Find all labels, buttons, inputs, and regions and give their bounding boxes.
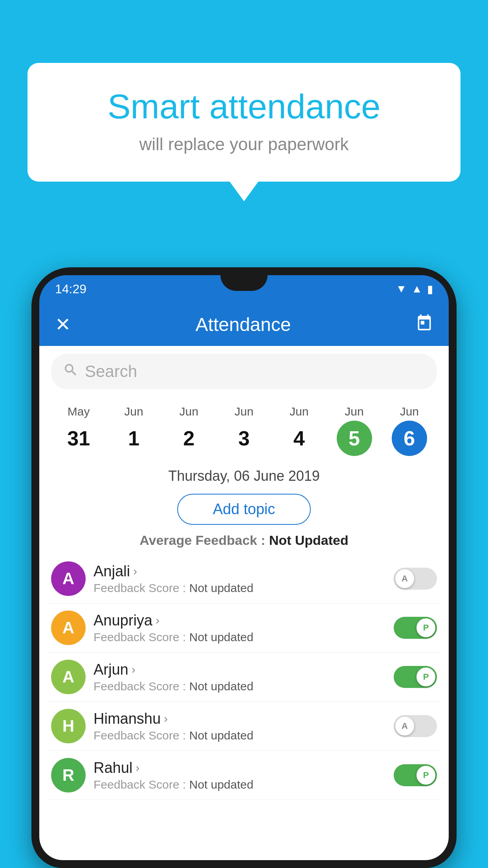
date-number[interactable]: 5 [337, 421, 372, 456]
student-info: Himanshu ›Feedback Score : Not updated [94, 710, 386, 742]
date-number[interactable]: 4 [281, 421, 317, 456]
close-button[interactable]: ✕ [55, 313, 71, 335]
student-feedback: Feedback Score : Not updated [94, 581, 386, 595]
attendance-toggle[interactable]: P [394, 764, 437, 786]
date-month: Jun [106, 405, 161, 418]
notch [220, 275, 268, 291]
selected-date: Thursday, 06 June 2019 [39, 460, 449, 488]
toggle-container[interactable]: P [394, 666, 437, 688]
date-number[interactable]: 2 [171, 421, 207, 456]
avatar: A [51, 611, 86, 645]
student-list: AAnjali ›Feedback Score : Not updatedAAA… [39, 554, 449, 800]
search-placeholder: Search [85, 362, 137, 381]
chevron-icon: › [164, 712, 168, 725]
phone-frame: 14:29 ▼ ▲ ▮ ✕ Attendance Search [31, 267, 457, 868]
student-feedback: Feedback Score : Not updated [94, 631, 386, 644]
avatar: H [51, 709, 86, 743]
student-item[interactable]: AArjun ›Feedback Score : Not updatedP [47, 653, 441, 702]
search-icon [63, 362, 79, 381]
date-col[interactable]: May31 [51, 405, 106, 456]
student-name: Anupriya › [94, 612, 386, 629]
speech-bubble: Smart attendance will replace your paper… [28, 63, 460, 182]
toggle-knob: P [416, 668, 435, 686]
avg-feedback: Average Feedback : Not Updated [39, 530, 449, 554]
status-bar: 14:29 ▼ ▲ ▮ [39, 275, 449, 303]
student-info: Anjali ›Feedback Score : Not updated [94, 563, 386, 595]
student-item[interactable]: AAnupriya ›Feedback Score : Not updatedP [47, 603, 441, 653]
date-number[interactable]: 31 [61, 421, 96, 456]
student-feedback: Feedback Score : Not updated [94, 680, 386, 693]
header-title: Attendance [196, 314, 291, 335]
date-col[interactable]: Jun6 [382, 405, 437, 456]
avatar: R [51, 758, 86, 793]
student-item[interactable]: HHimanshu ›Feedback Score : Not updatedA [47, 702, 441, 751]
student-info: Arjun ›Feedback Score : Not updated [94, 661, 386, 693]
date-strip: May31Jun1Jun2Jun3Jun4Jun5Jun6 [39, 397, 449, 460]
student-feedback: Feedback Score : Not updated [94, 778, 386, 791]
add-topic-button[interactable]: Add topic [177, 494, 311, 525]
toggle-container[interactable]: P [394, 764, 437, 786]
avg-feedback-label: Average Feedback : [139, 533, 265, 548]
avatar: A [51, 660, 86, 694]
bubble-title: Smart attendance [59, 86, 429, 127]
date-col[interactable]: Jun1 [106, 405, 161, 456]
toggle-knob: P [416, 618, 435, 637]
student-info: Rahul ›Feedback Score : Not updated [94, 760, 386, 791]
date-number[interactable]: 6 [392, 421, 427, 456]
bubble-subtitle: will replace your paperwork [59, 134, 429, 154]
student-name: Arjun › [94, 661, 386, 678]
search-bar[interactable]: Search [51, 354, 437, 389]
date-month: Jun [272, 405, 327, 418]
signal-icon: ▲ [411, 283, 422, 295]
avg-feedback-value: Not Updated [269, 533, 349, 548]
student-info: Anupriya ›Feedback Score : Not updated [94, 612, 386, 644]
date-month: Jun [382, 405, 437, 418]
chevron-icon: › [156, 614, 160, 627]
date-col[interactable]: Jun4 [272, 405, 327, 456]
chevron-icon: › [136, 761, 139, 774]
attendance-toggle[interactable]: A [394, 568, 437, 590]
status-time: 14:29 [55, 282, 86, 296]
student-feedback: Feedback Score : Not updated [94, 729, 386, 742]
app-header: ✕ Attendance [39, 303, 449, 346]
calendar-icon[interactable] [416, 314, 433, 335]
chevron-icon: › [132, 663, 136, 676]
date-month: May [51, 405, 106, 418]
toggle-knob: P [416, 766, 435, 785]
toggle-container[interactable]: P [394, 617, 437, 639]
toggle-knob: A [395, 569, 414, 588]
student-name: Anjali › [94, 563, 386, 580]
date-month: Jun [216, 405, 272, 418]
date-month: Jun [161, 405, 216, 418]
date-col[interactable]: Jun3 [216, 405, 272, 456]
student-item[interactable]: AAnjali ›Feedback Score : Not updatedA [47, 554, 441, 603]
student-item[interactable]: RRahul ›Feedback Score : Not updatedP [47, 751, 441, 800]
student-name: Rahul › [94, 760, 386, 776]
student-name: Himanshu › [94, 710, 386, 727]
date-month: Jun [327, 405, 382, 418]
speech-bubble-container: Smart attendance will replace your paper… [28, 63, 460, 182]
toggle-container[interactable]: A [394, 568, 437, 590]
date-col[interactable]: Jun5 [327, 405, 382, 456]
toggle-container[interactable]: A [394, 715, 437, 737]
attendance-toggle[interactable]: P [394, 666, 437, 688]
attendance-toggle[interactable]: P [394, 617, 437, 639]
chevron-icon: › [133, 565, 137, 578]
battery-icon: ▮ [427, 283, 433, 296]
app-screen: ✕ Attendance Search May31Jun1Jun2Jun3Jun… [39, 303, 449, 860]
toggle-knob: A [395, 717, 414, 736]
date-col[interactable]: Jun2 [161, 405, 216, 456]
wifi-icon: ▼ [396, 283, 407, 295]
avatar: A [51, 561, 86, 596]
date-number[interactable]: 3 [226, 421, 262, 456]
attendance-toggle[interactable]: A [394, 715, 437, 737]
date-number[interactable]: 1 [116, 421, 151, 456]
status-icons: ▼ ▲ ▮ [396, 283, 433, 296]
